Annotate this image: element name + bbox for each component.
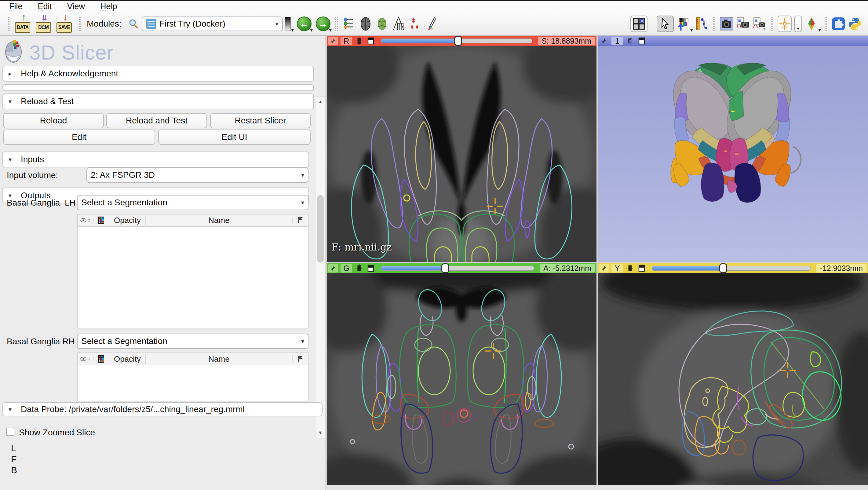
yellow-slice-view[interactable]: Y -12.9033mm (598, 263, 868, 490)
section-help-acknowledgement[interactable]: ▸ Help & Acknowledgement (2, 66, 314, 82)
python-console-button[interactable] (848, 16, 862, 32)
slider-handle[interactable] (441, 263, 449, 273)
scene-view-restore-button[interactable] (752, 16, 767, 32)
center-3d-view-icon[interactable] (625, 37, 635, 45)
color-palette-icon[interactable] (93, 355, 109, 363)
name-column-header[interactable]: Name (146, 216, 292, 225)
slider-handle[interactable] (719, 263, 727, 273)
subject-hierarchy-icon[interactable] (342, 16, 356, 32)
reload-and-test-button[interactable]: Reload and Test (106, 113, 207, 128)
basal-ganglia-rh-selector[interactable]: Select a Segmentation ▾ (77, 334, 308, 349)
green-slice-view[interactable]: G A: -5.2312mm (327, 263, 596, 490)
markups-pen-icon[interactable] (425, 16, 439, 32)
section-inputs[interactable]: ▾ Inputs (2, 152, 309, 167)
flag-icon[interactable] (292, 217, 308, 224)
section-reload-test[interactable]: ▾ Reload & Test (2, 93, 314, 110)
green-view-label[interactable]: G (341, 264, 352, 273)
input-volume-selector[interactable]: 2: Ax FSPGR 3D ▾ (87, 167, 308, 183)
name-column-header[interactable]: Name (146, 355, 292, 364)
screenshot-button[interactable] (719, 16, 734, 32)
toolbar-grip[interactable] (771, 17, 773, 31)
toolbar-grip[interactable] (713, 17, 715, 31)
menu-help[interactable]: Help (100, 2, 117, 11)
slider-handle[interactable] (454, 36, 462, 46)
layout-selector-button[interactable] (630, 16, 648, 32)
flag-icon[interactable] (292, 356, 308, 362)
visibility-eye-icon[interactable] (78, 218, 93, 222)
module-search-icon[interactable] (126, 16, 141, 32)
mouse-interaction-button[interactable] (657, 16, 674, 32)
load-dicom-button[interactable]: ↓↓ DCM (34, 14, 53, 33)
chevron-down-icon[interactable]: ▾ (291, 27, 294, 33)
basal-ganglia-lh-selector[interactable]: Select a Segmentation ▾ (77, 195, 308, 210)
coronal-slice-canvas[interactable]: F: mri.nii.gz (327, 273, 596, 490)
view-menu-icon[interactable] (637, 264, 646, 272)
window-level-colors-icon[interactable] (676, 16, 690, 32)
edit-ui-button[interactable]: Edit UI (158, 129, 311, 145)
transforms-icon[interactable] (392, 16, 406, 32)
module-history-icon[interactable] (285, 17, 291, 31)
module-forward-button[interactable]: → (316, 17, 331, 31)
toolbar-grip[interactable] (335, 17, 338, 31)
green-slice-slider[interactable] (381, 266, 534, 271)
scroll-up-icon[interactable]: ▲ (316, 97, 325, 106)
lh-segment-table[interactable]: Opacity Name (77, 214, 308, 328)
save-button[interactable]: ↓ SAVE (55, 14, 73, 33)
panel-scrollbar[interactable]: ▲ ▼ (316, 96, 325, 438)
pin-icon[interactable] (599, 264, 609, 273)
reload-button[interactable]: Reload (3, 113, 104, 128)
chevron-down-icon[interactable]: ▾ (329, 27, 332, 33)
edit-button[interactable]: Edit (3, 129, 155, 145)
scene-view-capture-button[interactable] (736, 16, 750, 32)
show-zoomed-slice-checkbox[interactable] (6, 428, 14, 436)
view-menu-icon[interactable] (366, 37, 375, 45)
pin-icon[interactable] (328, 264, 338, 273)
yellow-slice-slider[interactable] (652, 266, 811, 271)
fiducials-icon[interactable] (408, 16, 422, 32)
collapsed-section-bar[interactable] (2, 84, 314, 91)
volume-rendering-icon[interactable] (359, 16, 373, 32)
measurement-ruler-icon[interactable] (694, 16, 709, 32)
restart-slicer-button[interactable]: Restart Slicer (210, 113, 311, 128)
models-icon[interactable] (375, 16, 389, 32)
slice-links-icon[interactable] (354, 264, 364, 272)
toolbar-grip[interactable] (8, 17, 10, 31)
data-probe-section[interactable]: ▾ Data Probe: /private/var/folders/z5/..… (2, 402, 322, 417)
visibility-eye-icon[interactable] (78, 357, 93, 361)
axial-slice-canvas[interactable]: F: mri.nii.gz (327, 46, 596, 262)
module-selector[interactable]: First Try (Docker) ▾ (142, 17, 283, 31)
three-d-view[interactable]: 1 (598, 36, 868, 262)
yellow-view-label[interactable]: Y (612, 264, 623, 273)
scrollbar-thumb[interactable] (317, 195, 324, 263)
three-d-canvas[interactable] (598, 46, 868, 262)
rh-segment-table[interactable]: Opacity Name (77, 353, 308, 401)
red-view-label[interactable]: R (341, 37, 352, 45)
chevron-down-icon[interactable]: ▾ (818, 27, 821, 33)
toolbar-grip[interactable] (825, 17, 827, 31)
red-slice-view[interactable]: R S: 18.8893mm (327, 36, 596, 262)
pin-icon[interactable] (599, 37, 609, 45)
load-data-button[interactable]: ↑ DATA (13, 14, 32, 33)
sagittal-slice-canvas[interactable]: F: mri.nii.gz (598, 273, 868, 490)
slice-links-icon[interactable] (625, 264, 635, 272)
slice-links-icon[interactable] (354, 37, 364, 45)
color-palette-icon[interactable] (93, 216, 109, 224)
menu-view[interactable]: View (67, 2, 85, 11)
chevron-down-icon[interactable]: ▾ (310, 27, 313, 33)
view-menu-icon[interactable] (366, 264, 375, 272)
red-slice-slider[interactable] (381, 38, 532, 43)
view-menu-icon[interactable] (637, 37, 646, 45)
module-back-button[interactable]: ← (297, 17, 312, 31)
extensions-manager-button[interactable] (831, 16, 845, 32)
pin-icon[interactable] (328, 37, 338, 45)
three-d-view-label[interactable]: 1 (612, 37, 623, 45)
scroll-down-icon[interactable]: ▼ (316, 428, 325, 438)
menu-file[interactable]: File (9, 2, 23, 11)
menu-edit[interactable]: Edit (38, 2, 52, 11)
slice-intersections-icon[interactable] (804, 16, 818, 32)
opacity-column-header[interactable]: Opacity (109, 355, 146, 364)
crosshair-menu-button[interactable]: ▾ (794, 16, 802, 32)
toolbar-grip[interactable] (79, 17, 81, 31)
opacity-column-header[interactable]: Opacity (109, 216, 146, 225)
crosshair-button[interactable] (778, 16, 792, 32)
